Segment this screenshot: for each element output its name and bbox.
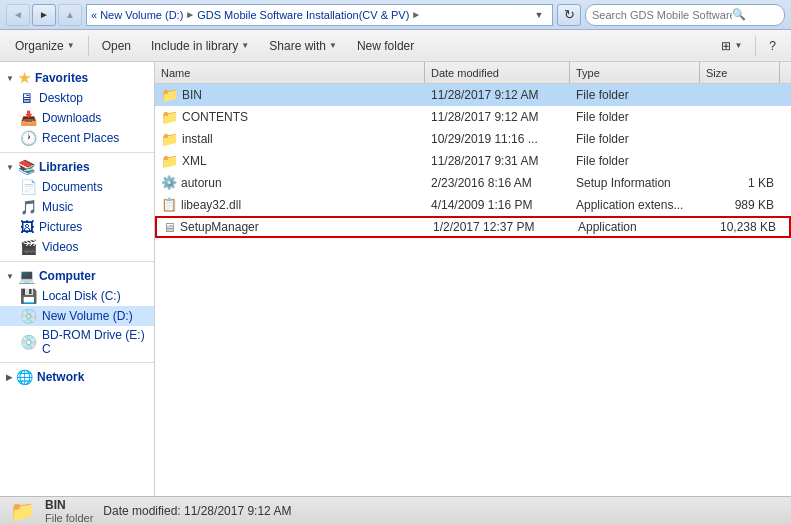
table-row[interactable]: 📋 libeay32.dll 4/14/2009 1:16 PM Applica… — [155, 194, 791, 216]
address-seg-1: « New Volume (D:) — [91, 9, 183, 21]
organize-arrow-icon: ▼ — [67, 41, 75, 50]
sidebar-item-bd-rom[interactable]: 💿 BD-ROM Drive (E:) C — [0, 326, 154, 358]
file-date: 2/23/2016 8:16 AM — [425, 176, 570, 190]
file-size: 10,238 KB — [702, 220, 782, 234]
view-button[interactable]: ⊞ ▼ — [712, 34, 751, 58]
file-type: Application extens... — [570, 198, 700, 212]
desktop-label: Desktop — [39, 91, 83, 105]
address-dropdown-button[interactable]: ▼ — [530, 5, 548, 25]
open-button[interactable]: Open — [93, 34, 140, 58]
new-volume-label: New Volume (D:) — [42, 309, 133, 323]
view-arrow-icon: ▼ — [734, 41, 742, 50]
sidebar-item-videos[interactable]: 🎬 Videos — [0, 237, 154, 257]
videos-icon: 🎬 — [20, 239, 37, 255]
music-label: Music — [42, 200, 73, 214]
network-icon: 🌐 — [16, 369, 33, 385]
file-name: 📁 XML — [155, 153, 425, 169]
new-folder-button[interactable]: New folder — [348, 34, 423, 58]
include-label: Include in library — [151, 39, 238, 53]
sidebar-item-music[interactable]: 🎵 Music — [0, 197, 154, 217]
sidebar-item-desktop[interactable]: 🖥 Desktop — [0, 88, 154, 108]
col-header-name[interactable]: Name — [155, 62, 425, 83]
settings-file-icon: ⚙️ — [161, 175, 177, 190]
col-header-date[interactable]: Date modified — [425, 62, 570, 83]
address-arrow-2: ► — [411, 9, 421, 20]
table-row[interactable]: 📁 install 10/29/2019 11:16 ... File fold… — [155, 128, 791, 150]
file-name: 📁 install — [155, 131, 425, 147]
search-input[interactable] — [592, 9, 732, 21]
file-date: 4/14/2009 1:16 PM — [425, 198, 570, 212]
local-disk-label: Local Disk (C:) — [42, 289, 121, 303]
include-library-button[interactable]: Include in library ▼ — [142, 34, 258, 58]
view-icon: ⊞ — [721, 39, 731, 53]
file-type: File folder — [570, 154, 700, 168]
address-bar[interactable]: « New Volume (D:) ► GDS Mobile Software … — [86, 4, 553, 26]
folder-icon: 📁 — [161, 131, 178, 147]
recent-icon: 🕐 — [20, 130, 37, 146]
folder-icon: 📁 — [161, 153, 178, 169]
organize-button[interactable]: Organize ▼ — [6, 34, 84, 58]
up-button[interactable]: ▲ — [58, 4, 82, 26]
col-header-type[interactable]: Type — [570, 62, 700, 83]
videos-label: Videos — [42, 240, 78, 254]
downloads-icon: 📥 — [20, 110, 37, 126]
table-row[interactable]: ⚙️ autorun 2/23/2016 8:16 AM Setup Infor… — [155, 172, 791, 194]
computer-header[interactable]: ▼ 💻 Computer — [0, 266, 154, 286]
status-bar: 📁 BIN File folder Date modified: 11/28/2… — [0, 496, 791, 524]
computer-label: Computer — [39, 269, 96, 283]
toolbar-separator-1 — [88, 36, 89, 56]
include-arrow-icon: ▼ — [241, 41, 249, 50]
new-volume-icon: 💿 — [20, 308, 37, 324]
file-size: 989 KB — [700, 198, 780, 212]
share-label: Share with — [269, 39, 326, 53]
libraries-icon: 📚 — [18, 159, 35, 175]
file-rows-container: 📁 BIN 11/28/2017 9:12 AM File folder 📁 C… — [155, 84, 791, 238]
sidebar-item-pictures[interactable]: 🖼 Pictures — [0, 217, 154, 237]
pictures-icon: 🖼 — [20, 219, 34, 235]
back-button[interactable]: ◄ — [6, 4, 30, 26]
sidebar-item-recent[interactable]: 🕐 Recent Places — [0, 128, 154, 148]
music-icon: 🎵 — [20, 199, 37, 215]
file-size: 1 KB — [700, 176, 780, 190]
desktop-icon: 🖥 — [20, 90, 34, 106]
share-with-button[interactable]: Share with ▼ — [260, 34, 346, 58]
file-date: 11/28/2017 9:12 AM — [425, 88, 570, 102]
toolbar: Organize ▼ Open Include in library ▼ Sha… — [0, 30, 791, 62]
computer-expand-icon: ▼ — [6, 272, 14, 281]
nav-buttons: ◄ ► ▲ — [6, 4, 82, 26]
table-row[interactable]: 📁 CONTENTS 11/28/2017 9:12 AM File folde… — [155, 106, 791, 128]
computer-section: ▼ 💻 Computer 💾 Local Disk (C:) 💿 New Vol… — [0, 266, 154, 358]
search-bar[interactable]: 🔍 — [585, 4, 785, 26]
sidebar-item-downloads[interactable]: 📥 Downloads — [0, 108, 154, 128]
documents-icon: 📄 — [20, 179, 37, 195]
file-name: 📁 BIN — [155, 87, 425, 103]
col-header-size[interactable]: Size — [700, 62, 780, 83]
open-label: Open — [102, 39, 131, 53]
file-list-header: Name Date modified Type Size — [155, 62, 791, 84]
file-date: 11/28/2017 9:31 AM — [425, 154, 570, 168]
help-button[interactable]: ? — [760, 34, 785, 58]
libraries-header[interactable]: ▼ 📚 Libraries — [0, 157, 154, 177]
favorites-icon: ★ — [18, 70, 31, 86]
refresh-button[interactable]: ↻ — [557, 4, 581, 26]
main-layout: ▼ ★ Favorites 🖥 Desktop 📥 Downloads 🕐 Re… — [0, 62, 791, 496]
table-row[interactable]: 🖥 SetupManager 1/2/2017 12:37 PM Applica… — [155, 216, 791, 238]
table-row[interactable]: 📁 XML 11/28/2017 9:31 AM File folder — [155, 150, 791, 172]
network-header[interactable]: ▶ 🌐 Network — [0, 367, 154, 387]
sidebar-item-documents[interactable]: 📄 Documents — [0, 177, 154, 197]
sidebar-item-local-disk[interactable]: 💾 Local Disk (C:) — [0, 286, 154, 306]
file-list: Name Date modified Type Size 📁 BIN 11/28… — [155, 62, 791, 496]
status-type: File folder — [45, 512, 93, 524]
status-modified: Date modified: 11/28/2017 9:12 AM — [103, 504, 291, 518]
network-expand-icon: ▶ — [6, 373, 12, 382]
forward-button[interactable]: ► — [32, 4, 56, 26]
table-row[interactable]: 📁 BIN 11/28/2017 9:12 AM File folder — [155, 84, 791, 106]
favorites-header[interactable]: ▼ ★ Favorites — [0, 68, 154, 88]
file-type: File folder — [570, 88, 700, 102]
sidebar-item-new-volume[interactable]: 💿 New Volume (D:) — [0, 306, 154, 326]
network-label: Network — [37, 370, 84, 384]
libraries-section: ▼ 📚 Libraries 📄 Documents 🎵 Music 🖼 Pict… — [0, 157, 154, 257]
network-section: ▶ 🌐 Network — [0, 367, 154, 387]
pictures-label: Pictures — [39, 220, 82, 234]
file-name: 📁 CONTENTS — [155, 109, 425, 125]
